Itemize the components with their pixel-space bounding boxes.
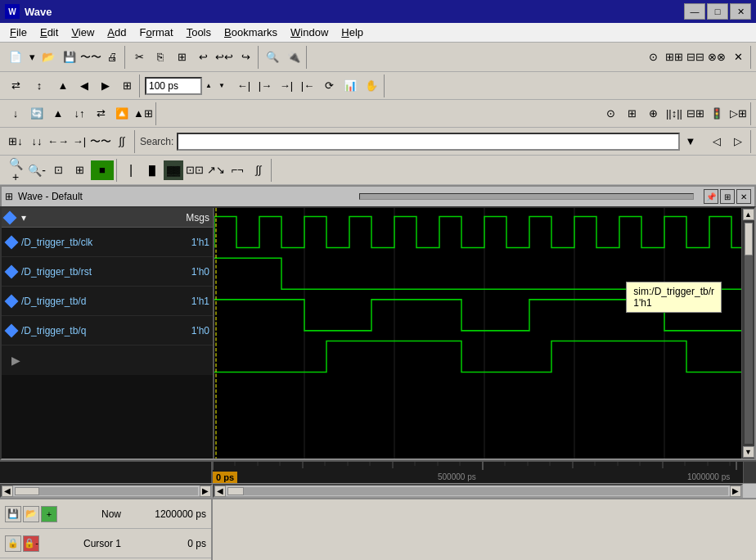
status-icon-lock[interactable]: 🔒 bbox=[5, 535, 21, 552]
hscroll-right-arrow-r[interactable]: ▶ bbox=[730, 485, 741, 497]
wave-ctrl-5[interactable]: ✕ bbox=[728, 47, 748, 67]
wave-color-btn[interactable]: ■ bbox=[91, 160, 114, 180]
hscroll-right-track[interactable] bbox=[227, 487, 728, 495]
network-button[interactable]: 🔌 bbox=[284, 47, 304, 67]
menu-edit[interactable]: Edit bbox=[34, 25, 65, 40]
subwindow-close-btn[interactable]: ✕ bbox=[736, 189, 751, 204]
wave-type-2[interactable]: █ bbox=[142, 160, 162, 180]
undo-button[interactable]: ↩ bbox=[193, 47, 213, 67]
save-button[interactable]: 💾 bbox=[60, 47, 79, 67]
wave-type-1[interactable]: | bbox=[121, 160, 141, 180]
hier-right-btn[interactable]: →| bbox=[70, 132, 89, 151]
wave-type-7[interactable]: ∫∫ bbox=[249, 160, 268, 180]
open-button[interactable]: 📂 bbox=[38, 47, 58, 67]
snap-btn[interactable]: ⊞↓ bbox=[6, 132, 25, 151]
sig-down-btn[interactable]: ↓ bbox=[6, 104, 25, 124]
status-icon-2[interactable]: 📂 bbox=[23, 506, 39, 522]
nav-prev-edge[interactable]: |← bbox=[298, 76, 317, 96]
zoom-select-btn[interactable]: ⊞ bbox=[70, 160, 89, 180]
menu-tools[interactable]: Tools bbox=[180, 25, 218, 40]
cut-button[interactable]: ✂ bbox=[129, 47, 149, 67]
zoom-area-btn[interactable]: ||↕|| bbox=[664, 104, 684, 124]
wave-type-4[interactable]: ⊡⊡ bbox=[185, 160, 205, 180]
wave-type-5[interactable]: ↗↘ bbox=[206, 160, 226, 180]
wave-type-3[interactable]: ▓▓ bbox=[164, 160, 183, 180]
status-icon-1[interactable]: 💾 bbox=[5, 506, 21, 522]
zoom-fit-btn[interactable]: ↕ bbox=[27, 76, 52, 96]
cursor-move-btn[interactable]: ⊕ bbox=[643, 104, 663, 124]
wave-ctrl-1[interactable]: ⊙ bbox=[643, 47, 663, 67]
sig-upwave-btn[interactable]: 🔼 bbox=[112, 104, 132, 124]
hscroll-left-arrow-l[interactable]: ◀ bbox=[2, 485, 13, 497]
search-prev-btn[interactable]: ◁ bbox=[707, 132, 727, 151]
zoom-full-btn[interactable]: ⊡ bbox=[48, 160, 68, 180]
sig-upall-btn[interactable]: ▲⊞ bbox=[133, 104, 153, 124]
signal-row-q[interactable]: /D_trigger_tb/q 1'h0 bbox=[2, 316, 213, 345]
signal-header-arrow[interactable]: ▾ bbox=[21, 212, 26, 224]
menu-add[interactable]: Add bbox=[101, 25, 133, 40]
redo-button[interactable]: ↪ bbox=[236, 47, 255, 67]
sig-refresh-btn[interactable]: 🔄 bbox=[27, 104, 47, 124]
menu-bookmarks[interactable]: Bookmarks bbox=[218, 25, 284, 40]
left-arrow-btn[interactable]: ◀ bbox=[74, 76, 94, 96]
close-button[interactable]: ✕ bbox=[730, 3, 751, 20]
wave-ctrl-3[interactable]: ⊟⊟ bbox=[686, 47, 705, 67]
traffic-light-btn[interactable]: 🚦 bbox=[707, 104, 727, 124]
sig-add-btn[interactable]: ↓↑ bbox=[70, 104, 89, 124]
print-button[interactable]: 🖨 bbox=[102, 47, 122, 67]
vscroll-thumb[interactable] bbox=[745, 223, 753, 255]
link-button[interactable]: ⇄ bbox=[6, 76, 25, 96]
cursor-select-btn[interactable]: ⊙ bbox=[601, 104, 620, 124]
nav-next-edge[interactable]: →| bbox=[277, 76, 296, 96]
zoom-range-btn[interactable]: ⊟⊞ bbox=[686, 104, 705, 124]
wave-nav2-btn[interactable]: ∫∫ bbox=[112, 132, 132, 151]
right-arrow-btn[interactable]: ▶ bbox=[96, 76, 115, 96]
time-unit-up[interactable]: ▲ bbox=[203, 81, 214, 90]
dropdown-new-button[interactable]: ▾ bbox=[27, 47, 37, 67]
undo2-button[interactable]: ↩↩ bbox=[214, 47, 234, 67]
search-input[interactable] bbox=[177, 133, 680, 151]
maximize-button[interactable]: □ bbox=[707, 3, 728, 20]
zoom-out-btn[interactable]: 🔍- bbox=[27, 160, 47, 180]
repeat-btn[interactable]: ⟳ bbox=[319, 76, 339, 96]
minimize-button[interactable]: — bbox=[684, 3, 705, 20]
menu-view[interactable]: View bbox=[65, 25, 101, 40]
subwindow-max-btn[interactable]: ⊞ bbox=[720, 189, 735, 204]
subwindow-pin-btn[interactable]: 📌 bbox=[704, 189, 718, 204]
status-icon-delete[interactable]: 🔒- bbox=[23, 535, 39, 552]
copy2-button[interactable]: ⊞ bbox=[172, 47, 191, 67]
hier-left-btn[interactable]: ←→ bbox=[48, 132, 68, 151]
time-unit-down[interactable]: ▼ bbox=[216, 81, 227, 90]
wave-icon-1[interactable]: 〜〜 bbox=[81, 47, 101, 67]
wave-nav-btn[interactable]: 〜〜 bbox=[91, 132, 110, 151]
up-arrow-btn[interactable]: ▲ bbox=[53, 76, 73, 96]
hscroll-left-arrow-r[interactable]: ▶ bbox=[200, 485, 211, 497]
wave-type-6[interactable]: ⌐¬ bbox=[227, 160, 247, 180]
nav-back-btn[interactable]: ←| bbox=[234, 76, 254, 96]
signal-row-rst[interactable]: /D_trigger_tb/rst 1'h0 bbox=[2, 257, 213, 287]
zoom-in-btn[interactable]: 🔍+ bbox=[6, 160, 25, 180]
chart-btn[interactable]: 📊 bbox=[340, 76, 360, 96]
wave-ctrl-2[interactable]: ⊞⊞ bbox=[664, 47, 684, 67]
expand-btn[interactable]: ⊞ bbox=[117, 76, 137, 96]
vscroll-down-btn[interactable]: ▼ bbox=[743, 446, 754, 458]
hscroll-left-thumb[interactable] bbox=[15, 487, 39, 495]
vscroll-up-btn[interactable]: ▲ bbox=[743, 209, 754, 220]
search-next-btn[interactable]: ▷ bbox=[728, 132, 748, 151]
sig-up2-btn[interactable]: ▲ bbox=[48, 104, 68, 124]
menu-help[interactable]: Help bbox=[335, 25, 370, 40]
signal-row-d[interactable]: /D_trigger_tb/d 1'h1 bbox=[2, 287, 213, 316]
menu-format[interactable]: Format bbox=[133, 25, 179, 40]
status-icon-3[interactable]: + bbox=[41, 506, 57, 522]
hand-btn[interactable]: ✋ bbox=[362, 76, 381, 96]
time-value-input[interactable] bbox=[145, 77, 202, 95]
wave-ctrl-4[interactable]: ⊗⊗ bbox=[707, 47, 727, 67]
play-btn[interactable]: ▷⊞ bbox=[728, 104, 748, 124]
menu-file[interactable]: File bbox=[3, 25, 34, 40]
hscroll-left-track[interactable] bbox=[15, 487, 198, 495]
vscroll-track[interactable] bbox=[745, 223, 753, 444]
hier-down-btn[interactable]: ↓↓ bbox=[27, 132, 47, 151]
copy-button[interactable]: ⎘ bbox=[151, 47, 170, 67]
hscroll-right-thumb[interactable] bbox=[227, 487, 244, 495]
menu-window[interactable]: Window bbox=[284, 25, 335, 40]
